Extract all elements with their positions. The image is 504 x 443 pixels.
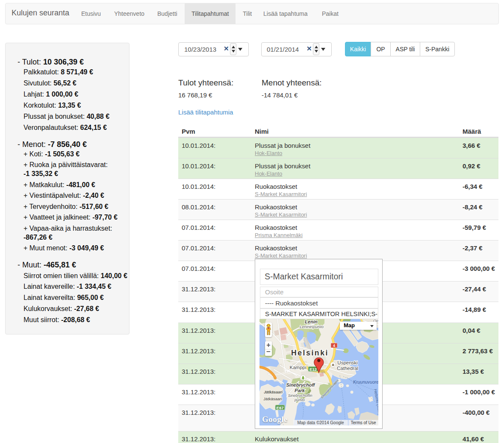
svg-text:Kruunuvuorenselkä: Kruunuvuorenselkä — [353, 379, 378, 384]
svg-text:Lenin: Lenin — [305, 319, 318, 324]
svg-text:Jätkäsaari: Jätkäsaari — [264, 390, 283, 394]
svg-text:Jätkäsaari: Jätkäsaari — [263, 396, 282, 401]
svg-text:Kamppi: Kamppi — [290, 365, 307, 370]
svg-text:E67: E67 — [277, 405, 284, 410]
svg-text:Uspenski: Uspenski — [337, 360, 357, 365]
svg-text:Sinebrychoffin: Sinebrychoffin — [288, 393, 312, 398]
svg-text:puisto: puisto — [294, 398, 305, 402]
svg-text:Helsinki: Helsinki — [291, 349, 329, 357]
svg-text:Park: Park — [295, 388, 305, 393]
svg-text:Lenininpuisto: Lenininpuisto — [300, 324, 324, 329]
svg-text:4: 4 — [333, 343, 335, 348]
svg-text:Cathedral: Cathedral — [337, 366, 358, 371]
svg-text:E12: E12 — [309, 367, 317, 372]
svg-text:Sinebrychoff: Sinebrychoff — [286, 382, 315, 387]
